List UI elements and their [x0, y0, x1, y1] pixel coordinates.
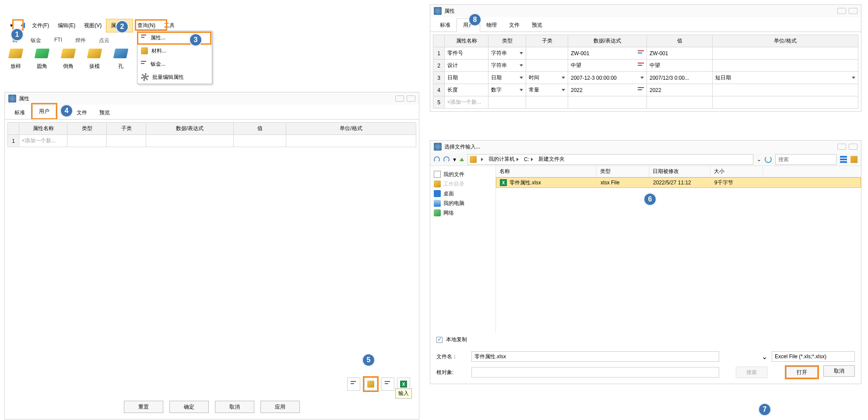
chevron-down-icon[interactable] — [562, 89, 565, 91]
chevron-down-icon[interactable]: ⌄ — [762, 353, 767, 361]
close-button[interactable] — [407, 95, 415, 102]
folder-icon — [470, 156, 477, 163]
callout-2: 2 — [116, 20, 129, 33]
redo-icon[interactable] — [443, 156, 450, 162]
chevron-down-icon[interactable] — [640, 77, 644, 79]
material-icon — [141, 47, 148, 54]
cancel-button[interactable]: 取消 — [823, 365, 855, 377]
filter-combo[interactable]: Excel File (*.xls;*.xlsx) — [772, 351, 855, 362]
filename-input[interactable] — [471, 351, 719, 362]
table-row: 4 长度 数字 常量 2022 2022 — [433, 84, 858, 96]
view-grid-icon[interactable] — [840, 156, 847, 163]
menu-view[interactable]: 视图(V) — [80, 19, 106, 32]
network-icon — [434, 209, 441, 216]
callout-8: 8 — [468, 13, 481, 26]
local-copy-checkbox[interactable] — [436, 337, 443, 343]
tree-item-mydocs[interactable]: 我的文件 — [434, 169, 492, 179]
tool-loft[interactable]: 放样 — [4, 46, 27, 70]
chevron-down-icon[interactable]: ▾ — [453, 156, 456, 163]
pc-icon — [434, 200, 441, 207]
local-copy-label: 本地复制 — [446, 336, 467, 343]
chevron-down-icon[interactable] — [520, 64, 523, 67]
view-cube-icon[interactable] — [850, 156, 857, 163]
tab-phys[interactable]: 物理 — [480, 19, 503, 32]
reset-button[interactable]: 重置 — [124, 401, 163, 413]
restore-button[interactable] — [395, 95, 404, 102]
cancel-button[interactable]: 取消 — [215, 401, 254, 413]
tree-item-mypc[interactable]: 我的电脑 — [434, 198, 492, 208]
search-input[interactable] — [775, 154, 836, 165]
file-excel-icon — [500, 179, 507, 186]
toolbar-tab-fti[interactable]: FTI — [50, 35, 67, 46]
tree-item-desktop[interactable]: 桌面 — [434, 189, 492, 198]
tool-hole[interactable]: 孔 — [109, 46, 132, 70]
table-row: 1 零件号 字符串 ZW-001 ZW-001 — [433, 47, 858, 60]
chevron-down-icon[interactable] — [520, 52, 523, 54]
doc-icon — [434, 171, 441, 178]
batch-icon — [141, 73, 149, 81]
add-new-attr[interactable]: <添加一个新... — [19, 135, 67, 147]
refresh-icon[interactable] — [765, 156, 772, 163]
dialog-icon — [434, 7, 442, 15]
dialog-title: 选择文件输入... — [444, 143, 480, 151]
restore-button[interactable] — [837, 8, 846, 14]
open-button[interactable]: 打开 — [786, 367, 818, 378]
menu-file[interactable]: 文件(F) — [28, 19, 53, 32]
toolbar-tab-sheet[interactable]: 钣金 — [26, 35, 46, 46]
add-new-attr[interactable]: <添加一个新... — [445, 96, 488, 109]
root-input[interactable] — [471, 367, 719, 378]
tool-fillet[interactable]: 圆角 — [31, 46, 53, 70]
sheetmetal-icon — [141, 61, 147, 67]
file-row[interactable]: 零件属性.xlsx xlsx File 2022/5/27 11:12 9千字节 — [496, 177, 861, 188]
tab-std[interactable]: 标准 — [434, 19, 457, 32]
tree-item-network[interactable]: 网络 — [434, 208, 492, 218]
dialog-icon — [434, 143, 442, 151]
close-button[interactable] — [849, 8, 857, 14]
table-row: 2 设计 字符串 中望 中望 — [433, 60, 858, 72]
apply-button[interactable]: 应用 — [260, 401, 300, 413]
attr-import-button[interactable] — [364, 378, 377, 391]
close-button[interactable] — [849, 144, 857, 150]
toolbar-tab-cloud[interactable]: 点云 — [95, 35, 114, 46]
chevron-down-icon[interactable] — [852, 77, 855, 79]
chevron-down-icon[interactable]: ⌄ — [757, 156, 761, 162]
open-folder-icon — [367, 381, 374, 388]
tab-user[interactable]: 用户 — [32, 105, 56, 118]
search-button: 搜索 — [736, 367, 767, 378]
callout-5: 5 — [362, 353, 375, 367]
tab-preview[interactable]: 预览 — [93, 106, 116, 119]
attr-side-btn-3[interactable] — [381, 378, 394, 391]
fx-icon[interactable] — [638, 50, 644, 56]
submenu-item-sheetmetal[interactable]: 钣金... — [137, 57, 212, 71]
tab-std[interactable]: 标准 — [8, 106, 31, 119]
root-label: 根对象: — [436, 369, 467, 376]
chevron-down-icon[interactable] — [520, 89, 523, 91]
dialog-title: 属性 — [444, 7, 455, 15]
chevron-down-icon[interactable] — [562, 77, 565, 79]
tool-chamfer[interactable]: 倒角 — [57, 46, 80, 70]
excel-icon — [400, 381, 407, 388]
restore-button[interactable] — [837, 144, 846, 150]
ok-button[interactable]: 确定 — [169, 401, 209, 413]
tab-file[interactable]: 文件 — [70, 106, 93, 119]
chevron-down-icon[interactable] — [520, 77, 523, 79]
attr-side-btn-1[interactable] — [347, 378, 360, 391]
tab-file[interactable]: 文件 — [503, 19, 526, 32]
filename-label: 文件名： — [436, 353, 467, 360]
fx-icon[interactable] — [638, 87, 644, 93]
up-arrow-icon[interactable] — [460, 158, 464, 161]
tool-draft[interactable]: 拔模 — [83, 46, 106, 70]
tree-item-workdir: 工作目录 — [434, 179, 492, 189]
undo-icon[interactable] — [434, 156, 440, 162]
breadcrumb[interactable]: 我的计算机 C: 新建文件夹 — [467, 154, 753, 165]
callout-1: 1 — [11, 28, 24, 41]
callout-4: 4 — [60, 104, 73, 117]
attr-table-b: 属性名称 类型 子类 数据/表达式 值 单位/格式 1 零件号 字符串 ZW-0… — [433, 35, 858, 109]
submenu-item-material[interactable]: 材料... — [137, 44, 212, 57]
fx-icon[interactable] — [638, 63, 644, 69]
submenu-item-batch[interactable]: 批量编辑属性 — [137, 71, 212, 84]
menu-edit[interactable]: 编辑(E) — [53, 19, 80, 32]
table-row: 3 日期 日期 时间 2007-12-3 00:00:00 2007/12/3 … — [433, 72, 858, 84]
tab-preview[interactable]: 预览 — [526, 19, 548, 32]
toolbar-tab-weld[interactable]: 焊件 — [71, 35, 90, 46]
